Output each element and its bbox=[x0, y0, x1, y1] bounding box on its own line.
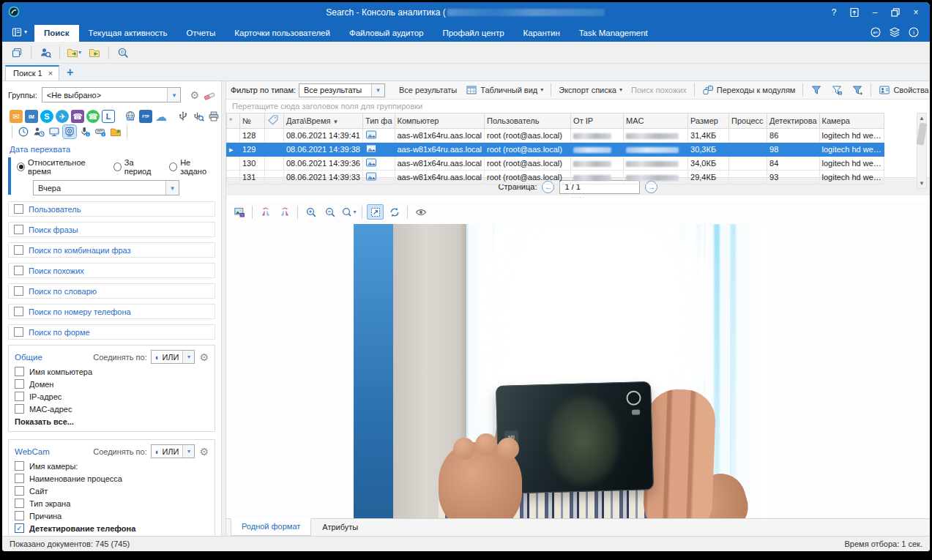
zoom-out-icon[interactable] bbox=[321, 204, 338, 220]
device-audit-icon[interactable]: i bbox=[94, 125, 107, 138]
http-icon[interactable]: HTTP bbox=[124, 110, 137, 123]
api-icon[interactable]: API bbox=[870, 26, 881, 38]
table-scrollbar[interactable]: ▲ ▼ bbox=[917, 113, 927, 189]
rotate-right-icon[interactable] bbox=[276, 204, 293, 220]
restore-button[interactable] bbox=[886, 5, 905, 20]
show-all-link[interactable]: Показать все... bbox=[15, 417, 209, 426]
groups-settings-icon[interactable]: ⚙ bbox=[190, 89, 199, 101]
preview-tab-атрибуты[interactable]: Атрибуты bbox=[311, 519, 369, 536]
table-row[interactable]: 12808.06.2021 14:39:41aas-w81x64ru.aas.l… bbox=[227, 129, 884, 143]
menu-tab-карантин[interactable]: Карантин bbox=[514, 25, 570, 42]
scrollbar-thumb[interactable] bbox=[916, 122, 927, 145]
col-filetype[interactable]: Тип фа bbox=[362, 113, 395, 129]
checkbox-icon[interactable] bbox=[15, 367, 24, 376]
action-экспорт-списка[interactable]: Экспорт списка▾ bbox=[555, 84, 626, 96]
radio-относительное-время[interactable]: Относительное время bbox=[17, 158, 103, 176]
viber-icon[interactable]: ☎ bbox=[71, 110, 84, 123]
export-folder-icon[interactable]: ▾ bbox=[65, 45, 83, 61]
filter-edit-icon[interactable] bbox=[848, 83, 867, 97]
join-operator-select[interactable]: ◐ИЛИ ▾ bbox=[151, 350, 195, 364]
search-item-поиск-по-номеру-телефона[interactable]: Поиск по номеру телефона bbox=[8, 304, 215, 319]
rotate-left-icon[interactable] bbox=[257, 204, 274, 220]
zoom-level-icon[interactable]: ▾ bbox=[340, 204, 357, 220]
checkbox-icon[interactable] bbox=[15, 461, 24, 471]
menu-tab-файловый-аудитор[interactable]: Файловый аудитор bbox=[340, 25, 433, 42]
menu-tab-текущая-активность[interactable]: Текущая активность bbox=[79, 25, 177, 42]
history-clock-icon[interactable] bbox=[17, 125, 30, 138]
pin-panel-button[interactable] bbox=[845, 5, 864, 20]
lync-icon[interactable]: L bbox=[102, 110, 115, 123]
im-icon[interactable]: IM bbox=[25, 110, 38, 123]
menu-tab-карточки-пользователей[interactable]: Карточки пользователей bbox=[225, 25, 340, 42]
webcam-item-сайт[interactable]: Сайт bbox=[15, 486, 209, 496]
checkbox-icon[interactable] bbox=[15, 404, 24, 414]
user-activity-icon[interactable] bbox=[32, 125, 45, 138]
action-свойства-пользо-[interactable]: Свойства пользо... bbox=[875, 83, 930, 97]
add-tab-button[interactable]: + bbox=[59, 66, 81, 81]
close-button[interactable]: × bbox=[906, 5, 925, 20]
checkbox-icon[interactable] bbox=[15, 392, 24, 401]
general-item-имя-компьютера[interactable]: Имя компьютера bbox=[15, 367, 209, 376]
checkbox-icon[interactable] bbox=[14, 327, 23, 337]
webcam-item-наименование-процесса[interactable]: Наименование процесса bbox=[15, 474, 209, 483]
webcam-settings-icon[interactable]: ⚙ bbox=[199, 446, 209, 458]
checkbox-icon[interactable] bbox=[14, 204, 23, 214]
usb-icon[interactable] bbox=[176, 110, 190, 123]
table-row[interactable]: 13108.06.2021 14:39:33aas-w81x64ru.aas.l… bbox=[227, 171, 884, 184]
search-item-поиск-по-форме[interactable]: Поиск по форме bbox=[8, 324, 215, 340]
radio-за-период[interactable]: За период bbox=[113, 158, 159, 176]
help-button[interactable]: ? bbox=[824, 5, 843, 20]
menu-tab-отчеты[interactable]: Отчеты bbox=[177, 25, 225, 42]
action-переходы-к-модулям[interactable]: Переходы к модулям bbox=[698, 83, 799, 97]
menu-tab-task-management[interactable]: Task Management bbox=[570, 25, 657, 42]
checkbox-icon[interactable] bbox=[15, 379, 24, 389]
column-marker[interactable]: * bbox=[227, 113, 240, 129]
join-operator-select[interactable]: ◐ИЛИ ▾ bbox=[151, 444, 195, 458]
checkbox-icon[interactable] bbox=[14, 245, 23, 255]
search-item-поиск-похожих[interactable]: Поиск похожих bbox=[8, 263, 215, 278]
user-search-icon[interactable] bbox=[37, 45, 54, 61]
checkbox-icon[interactable] bbox=[14, 286, 23, 296]
col-tag-icon[interactable] bbox=[265, 113, 284, 129]
search-item-поиск-фразы[interactable]: Поиск фразы bbox=[8, 222, 215, 237]
checkbox-icon[interactable] bbox=[15, 474, 24, 483]
minimize-button[interactable]: – bbox=[865, 5, 884, 20]
horizontal-splitter-handle[interactable]: ····· bbox=[226, 195, 930, 202]
cloud-icon[interactable]: ☁ bbox=[154, 110, 168, 123]
col-computer[interactable]: Компьютер bbox=[395, 113, 485, 129]
email-icon[interactable]: ✉ bbox=[10, 110, 23, 123]
new-window-icon[interactable] bbox=[8, 45, 26, 61]
groups-select[interactable]: <Не выбрано> ▾ bbox=[42, 87, 182, 102]
search-item-пользователь[interactable]: Пользователь bbox=[8, 201, 215, 217]
checkbox-icon[interactable] bbox=[14, 266, 23, 275]
general-settings-icon[interactable]: ⚙ bbox=[199, 351, 209, 363]
telegram-icon[interactable]: ✈ bbox=[56, 110, 69, 123]
microphone-icon[interactable]: i bbox=[78, 125, 92, 138]
menu-tab-поиск[interactable]: Поиск bbox=[34, 25, 79, 42]
filter-apply-icon[interactable] bbox=[807, 83, 826, 97]
eraser-icon[interactable] bbox=[204, 89, 215, 101]
checkbox-icon[interactable] bbox=[15, 511, 24, 520]
webcam-item-тип-экрана[interactable]: Тип экрана bbox=[15, 499, 209, 508]
general-item-mac-адрес[interactable]: MAC-адрес bbox=[15, 404, 209, 414]
table-row[interactable]: 13008.06.2021 14:39:36aas-w81x64ru.aas.l… bbox=[227, 157, 884, 171]
action-табличный-вид[interactable]: Табличный вид▾ bbox=[462, 83, 547, 97]
zoom-in-icon[interactable] bbox=[302, 204, 319, 220]
folder-transfer-icon[interactable] bbox=[109, 125, 122, 138]
scroll-down-icon[interactable]: ▼ bbox=[917, 179, 926, 188]
main-menu-button[interactable]: ▾ bbox=[7, 23, 31, 40]
webcam-item-причина[interactable]: Причина bbox=[15, 511, 209, 520]
sidebar-splitter[interactable] bbox=[221, 81, 226, 536]
checkbox-icon[interactable] bbox=[14, 307, 23, 316]
col-num[interactable]: № bbox=[240, 113, 265, 129]
sync-view-icon[interactable] bbox=[386, 204, 403, 220]
search-item-поиск-по-словарю[interactable]: Поиск по словарю bbox=[8, 283, 215, 299]
webcam-icon[interactable] bbox=[63, 125, 76, 138]
col-detected[interactable]: Детектирова bbox=[767, 113, 819, 129]
search-item-поиск-по-комбинации-фраз[interactable]: Поиск по комбинации фраз bbox=[8, 242, 215, 258]
col-mac[interactable]: MAC bbox=[624, 113, 688, 129]
col-process[interactable]: Процесс bbox=[729, 113, 767, 129]
whatsapp-icon[interactable]: ☎ bbox=[86, 110, 100, 123]
menu-tab-профайл-центр[interactable]: Профайл центр bbox=[433, 25, 513, 42]
col-from-ip[interactable]: От IP bbox=[571, 113, 624, 129]
